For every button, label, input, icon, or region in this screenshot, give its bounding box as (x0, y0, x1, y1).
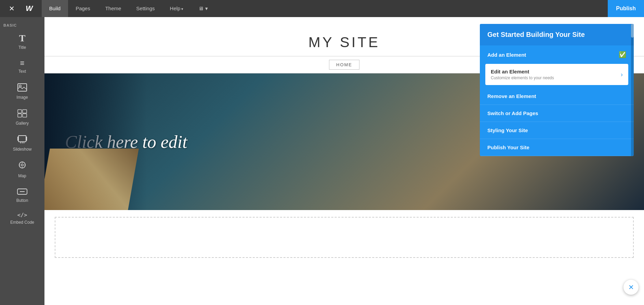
svg-rect-6 (18, 136, 26, 142)
slideshow-icon (17, 135, 27, 145)
panel-header: Get Started Building Your Site (480, 24, 634, 45)
sidebar-item-map[interactable]: Map (0, 156, 44, 183)
sidebar-label-slideshow: Slideshow (13, 147, 32, 152)
panel-add-element[interactable]: Add an Element ✅ (480, 45, 634, 64)
add-element-label: Add an Element (487, 52, 526, 58)
publish-button[interactable]: Publish (608, 0, 644, 17)
add-element-check-icon: ✅ (619, 51, 626, 58)
svg-rect-7 (17, 137, 18, 141)
main-layout: BASIC T Title ≡ Text Image (0, 17, 644, 305)
site-nav-home[interactable]: HOME (329, 60, 359, 70)
nav-tab-help[interactable]: Help (162, 0, 191, 17)
sidebar-label-text: Text (18, 69, 26, 74)
sidebar-label-map: Map (18, 174, 26, 178)
edit-element-card-content: Edit an Element Customize elements to yo… (491, 69, 554, 80)
publish-site-label: Publish Your Site (487, 144, 529, 150)
nav-tabs: Build Pages Theme Settings Help 🖥 ▾ (42, 0, 215, 17)
sidebar-label-gallery: Gallery (16, 121, 29, 126)
edit-element-title: Edit an Element (491, 69, 554, 74)
get-started-panel: Get Started Building Your Site Add an El… (480, 24, 634, 156)
close-x-icon: ✕ (628, 283, 634, 291)
sidebar-item-text[interactable]: ≡ Text (0, 55, 44, 79)
svg-rect-5 (23, 114, 27, 117)
map-icon (18, 161, 27, 171)
close-button[interactable]: ✕ (3, 0, 20, 17)
svg-rect-8 (26, 137, 27, 141)
canvas-wrapper: MY SITE HOME Click here to edit Get Star… (44, 17, 644, 305)
switch-pages-label: Switch or Add Pages (487, 110, 538, 116)
panel-item-remove-element[interactable]: Remove an Element (480, 88, 634, 105)
nav-tab-device[interactable]: 🖥 ▾ (191, 0, 215, 17)
gallery-icon (17, 109, 27, 119)
nav-tab-theme[interactable]: Theme (98, 0, 129, 17)
panel-item-publish[interactable]: Publish Your Site (480, 139, 634, 156)
panel-scrollbar[interactable] (631, 24, 634, 156)
svg-point-13 (21, 164, 23, 166)
nav-tab-pages[interactable]: Pages (68, 0, 98, 17)
edit-element-subtitle: Customize elements to your needs (491, 75, 554, 80)
sidebar-label-embed: Embed Code (10, 220, 34, 225)
panel-close-button[interactable]: ✕ (623, 280, 639, 295)
left-sidebar: BASIC T Title ≡ Text Image (0, 17, 44, 305)
image-icon (17, 83, 27, 93)
svg-point-9 (20, 142, 21, 143)
sidebar-item-image[interactable]: Image (0, 79, 44, 105)
sidebar-label-title: Title (18, 45, 26, 50)
sidebar-item-slideshow[interactable]: Slideshow (0, 130, 44, 156)
sidebar-item-button[interactable]: Button (0, 183, 44, 208)
text-icon: ≡ (20, 59, 25, 67)
nav-tab-build[interactable]: Build (42, 0, 68, 17)
button-icon (17, 188, 27, 196)
logo: W (20, 4, 38, 13)
panel-item-styling[interactable]: Styling Your Site (480, 122, 634, 139)
empty-section[interactable] (55, 217, 634, 258)
styling-label: Styling Your Site (487, 127, 528, 133)
svg-point-11 (24, 142, 25, 143)
panel-edit-element-card[interactable]: Edit an Element Customize elements to yo… (485, 64, 628, 85)
svg-rect-3 (23, 110, 27, 113)
embed-icon: </> (17, 212, 27, 218)
sidebar-section-basic: BASIC (0, 20, 44, 29)
title-icon: T (19, 33, 26, 43)
svg-point-10 (22, 142, 23, 143)
sidebar-label-image: Image (16, 95, 28, 100)
sidebar-item-gallery[interactable]: Gallery (0, 105, 44, 130)
svg-rect-2 (18, 110, 22, 113)
hero-wood-element (44, 149, 139, 210)
top-navigation: ✕ W Build Pages Theme Settings Help 🖥 ▾ … (0, 0, 644, 17)
nav-tab-settings[interactable]: Settings (129, 0, 162, 17)
remove-element-label: Remove an Element (487, 93, 536, 99)
sidebar-item-embed[interactable]: </> Embed Code (0, 208, 44, 230)
sidebar-item-title[interactable]: T Title (0, 29, 44, 55)
edit-element-arrow-icon: › (621, 71, 623, 78)
panel-item-switch-pages[interactable]: Switch or Add Pages (480, 105, 634, 122)
svg-rect-4 (18, 114, 22, 117)
sidebar-label-button: Button (16, 198, 28, 203)
panel-scrollbar-thumb (631, 24, 634, 38)
